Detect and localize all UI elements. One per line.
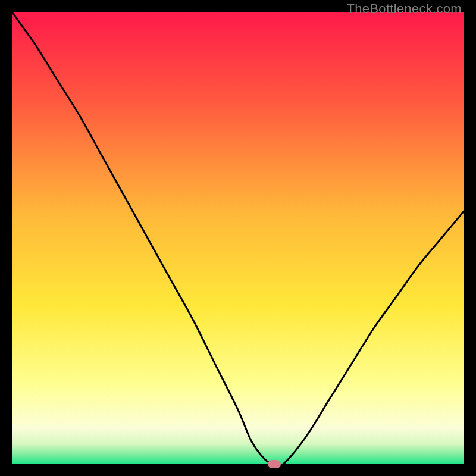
plot-area [12, 12, 464, 464]
bottleneck-curve [12, 12, 464, 464]
optimal-point-marker [268, 460, 281, 468]
attribution-text: TheBottleneck.com [347, 1, 462, 17]
